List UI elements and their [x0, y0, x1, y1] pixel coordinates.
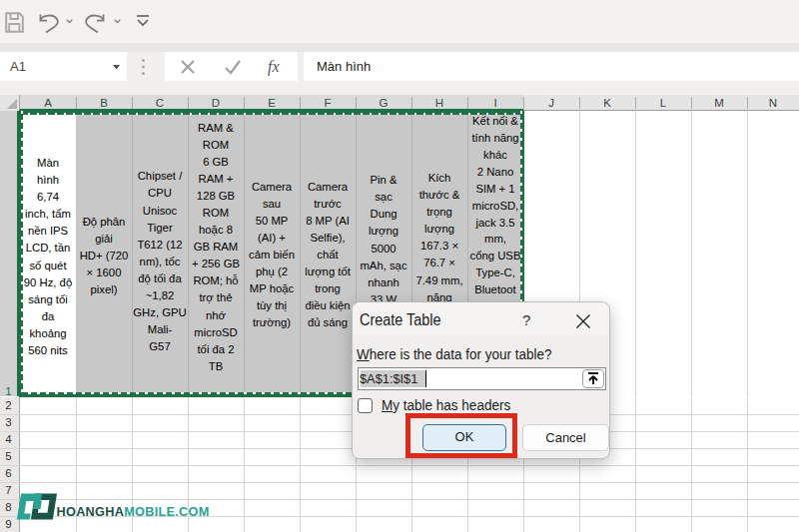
svg-text:HOANGHAMOBILE.COM: HOANGHAMOBILE.COM	[57, 505, 210, 519]
